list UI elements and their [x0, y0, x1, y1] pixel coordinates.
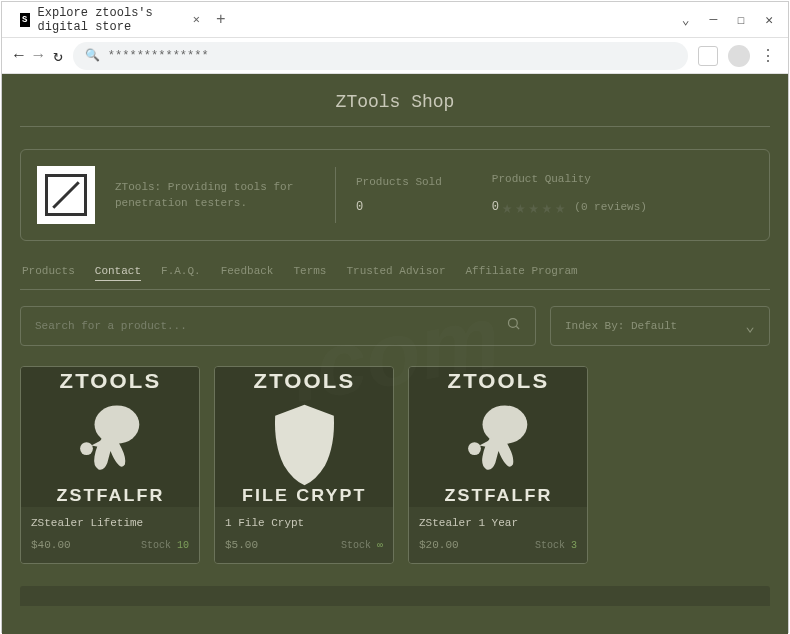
brand-text: ZTOOLS [59, 369, 161, 393]
brand-text: ZTOOLS [253, 369, 355, 393]
product-image: ZTOOLS ZSTFALFR [21, 367, 199, 507]
product-title: 1 File Crypt [225, 517, 383, 529]
shop-logo [37, 166, 95, 224]
stat-label: Products Sold [356, 176, 442, 188]
sort-dropdown[interactable]: Index By: Default ⌄ [550, 306, 770, 346]
product-card[interactable]: ZTOOLS FILE CRYPT 1 File Crypt $5.00 Sto… [214, 366, 394, 564]
svg-point-2 [94, 405, 139, 443]
page-viewport: .com ZTools Shop ZTools: Providing tools… [2, 74, 788, 634]
product-price: $40.00 [31, 539, 71, 551]
window-controls: ⌄ — ☐ ✕ [682, 12, 788, 28]
tab-terms[interactable]: Terms [293, 265, 326, 281]
product-title: ZStealer 1 Year [419, 517, 577, 529]
shop-tabs: Products Contact F.A.Q. Feedback Terms T… [2, 259, 788, 289]
product-card[interactable]: ZTOOLS ZSTFALFR ZStealer Lifetime $40.00… [20, 366, 200, 564]
stock-label: Stock [141, 540, 177, 551]
new-tab-button[interactable]: + [216, 11, 226, 29]
dropdown-icon[interactable]: ⌄ [682, 12, 690, 28]
stock-label: Stock [341, 540, 377, 551]
stat-label: Product Quality [492, 173, 647, 185]
shield-icon [267, 401, 342, 489]
svg-line-1 [516, 326, 519, 329]
browser-tab[interactable]: S Explore ztools's digital store ✕ [10, 4, 210, 36]
brand-text: FILE CRYPT [242, 486, 366, 506]
page-title: ZTools Shop [2, 74, 788, 126]
product-quality-stat: Product Quality 0 ★ ★ ★ ★ ★ (0 reviews) [492, 173, 647, 218]
product-footer: ZStealer 1 Year $20.00 Stock 3 [409, 507, 587, 563]
minimize-icon[interactable]: — [710, 12, 718, 28]
close-tab-icon[interactable]: ✕ [193, 12, 200, 27]
svg-point-0 [509, 319, 518, 328]
svg-point-5 [468, 442, 481, 455]
brand-text: ZSTFALFR [444, 486, 552, 506]
brand-text: ZTOOLS [447, 369, 549, 393]
tab-trusted-advisor[interactable]: Trusted Advisor [346, 265, 445, 281]
brand-text: ZSTFALFR [56, 486, 164, 506]
tab-contact[interactable]: Contact [95, 265, 141, 281]
title-bar: S Explore ztools's digital store ✕ + ⌄ —… [2, 2, 788, 38]
reviews-count: (0 reviews) [574, 201, 647, 213]
profile-avatar[interactable] [728, 45, 750, 67]
tab-title: Explore ztools's digital store [38, 6, 185, 34]
star-icon: ★ [515, 197, 525, 218]
close-window-icon[interactable]: ✕ [765, 12, 773, 28]
stealer-icon [456, 399, 541, 479]
search-icon[interactable] [506, 316, 521, 336]
address-text: ************** [108, 49, 209, 63]
product-card[interactable]: ZTOOLS ZSTFALFR ZStealer 1 Year $20.00 S… [408, 366, 588, 564]
product-footer: 1 File Crypt $5.00 Stock ∞ [215, 507, 393, 563]
products-grid: ZTOOLS ZSTFALFR ZStealer Lifetime $40.00… [2, 362, 788, 568]
rating-value: 0 [492, 200, 499, 214]
vertical-divider [335, 167, 336, 223]
stock-value: 10 [177, 540, 189, 551]
tab-products[interactable]: Products [22, 265, 75, 281]
stock-value: ∞ [377, 540, 383, 551]
divider [20, 126, 770, 127]
tab-faq[interactable]: F.A.Q. [161, 265, 201, 281]
product-price: $20.00 [419, 539, 459, 551]
star-icon: ★ [542, 197, 552, 218]
products-sold-stat: Products Sold 0 [356, 176, 442, 214]
star-icon: ★ [502, 197, 512, 218]
shop-tagline: ZTools: Providing tools for penetration … [115, 179, 315, 212]
tab-affiliate[interactable]: Affiliate Program [466, 265, 578, 281]
browser-window: S Explore ztools's digital store ✕ + ⌄ —… [1, 1, 789, 633]
browser-menu-icon[interactable]: ⋮ [760, 46, 776, 66]
stat-value: 0 [356, 200, 442, 214]
back-button[interactable]: ← [14, 47, 24, 65]
product-price: $5.00 [225, 539, 258, 551]
controls-row: Index By: Default ⌄ [2, 290, 788, 362]
address-bar[interactable]: 🔍 ************** [73, 42, 688, 70]
shop-info-panel: ZTools: Providing tools for penetration … [20, 149, 770, 241]
stealer-icon [68, 399, 153, 479]
svg-point-4 [482, 405, 527, 443]
extension-icon[interactable] [698, 46, 718, 66]
rating-stars: 0 ★ ★ ★ ★ ★ (0 reviews) [492, 197, 647, 218]
product-footer: ZStealer Lifetime $40.00 Stock 10 [21, 507, 199, 563]
star-icon: ★ [555, 197, 565, 218]
search-glyph-icon: 🔍 [85, 48, 100, 63]
stock-value: 3 [571, 540, 577, 551]
search-input[interactable] [35, 320, 506, 332]
maximize-icon[interactable]: ☐ [737, 12, 745, 28]
product-image: ZTOOLS ZSTFALFR [409, 367, 587, 507]
footer-bar [20, 586, 770, 606]
reload-button[interactable]: ↻ [53, 46, 63, 66]
product-image: ZTOOLS FILE CRYPT [215, 367, 393, 507]
sort-label: Index By: Default [565, 320, 677, 332]
browser-toolbar: ← → ↻ 🔍 ************** ⋮ [2, 38, 788, 74]
tab-feedback[interactable]: Feedback [221, 265, 274, 281]
forward-button[interactable]: → [34, 47, 44, 65]
svg-point-3 [80, 442, 93, 455]
site-favicon: S [20, 13, 30, 27]
star-icon: ★ [529, 197, 539, 218]
chevron-down-icon: ⌄ [745, 316, 755, 336]
search-box[interactable] [20, 306, 536, 346]
stock-label: Stock [535, 540, 571, 551]
product-title: ZStealer Lifetime [31, 517, 189, 529]
